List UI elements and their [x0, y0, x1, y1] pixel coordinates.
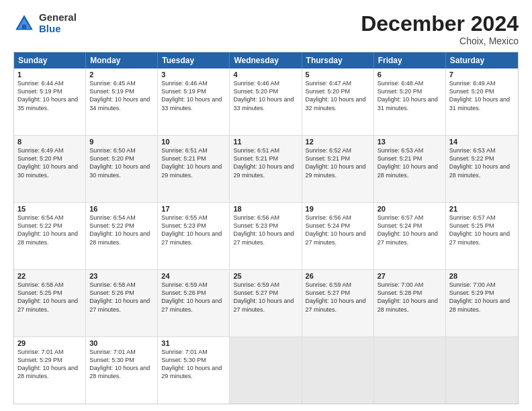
- day-number: 23: [89, 272, 154, 280]
- day-number: 21: [449, 205, 515, 213]
- day-info: Sunrise: 6:58 AM Sunset: 5:26 PM Dayligh…: [89, 281, 154, 314]
- cal-cell-day-25: 25Sunrise: 6:59 AM Sunset: 5:27 PM Dayli…: [230, 270, 302, 336]
- cal-header-friday: Friday: [374, 52, 446, 68]
- day-info: Sunrise: 6:53 AM Sunset: 5:21 PM Dayligh…: [378, 146, 442, 179]
- day-number: 1: [17, 71, 82, 79]
- cal-header-saturday: Saturday: [446, 52, 518, 68]
- cal-cell-day-2: 2Sunrise: 6:45 AM Sunset: 5:19 PM Daylig…: [86, 68, 158, 135]
- calendar: SundayMondayTuesdayWednesdayThursdayFrid…: [13, 52, 519, 404]
- cal-cell-empty: [446, 337, 518, 404]
- cal-cell-day-1: 1Sunrise: 6:44 AM Sunset: 5:19 PM Daylig…: [14, 68, 86, 135]
- cal-week-1: 1Sunrise: 6:44 AM Sunset: 5:19 PM Daylig…: [14, 68, 518, 136]
- day-info: Sunrise: 7:01 AM Sunset: 5:30 PM Dayligh…: [161, 348, 226, 381]
- cal-cell-day-3: 3Sunrise: 6:46 AM Sunset: 5:19 PM Daylig…: [158, 68, 230, 135]
- day-number: 30: [89, 339, 154, 347]
- day-number: 16: [89, 205, 154, 213]
- cal-cell-day-8: 8Sunrise: 6:49 AM Sunset: 5:20 PM Daylig…: [14, 136, 86, 202]
- subtitle: Choix, Mexico: [361, 36, 519, 46]
- day-number: 5: [306, 71, 370, 79]
- day-info: Sunrise: 6:45 AM Sunset: 5:19 PM Dayligh…: [89, 79, 154, 112]
- cal-cell-day-22: 22Sunrise: 6:58 AM Sunset: 5:25 PM Dayli…: [14, 270, 86, 336]
- cal-cell-day-16: 16Sunrise: 6:54 AM Sunset: 5:22 PM Dayli…: [86, 203, 158, 269]
- cal-cell-day-21: 21Sunrise: 6:57 AM Sunset: 5:25 PM Dayli…: [446, 203, 518, 269]
- cal-cell-day-31: 31Sunrise: 7:01 AM Sunset: 5:30 PM Dayli…: [158, 337, 230, 404]
- day-info: Sunrise: 7:01 AM Sunset: 5:30 PM Dayligh…: [89, 348, 154, 381]
- day-info: Sunrise: 6:54 AM Sunset: 5:22 PM Dayligh…: [89, 214, 154, 246]
- day-info: Sunrise: 7:00 AM Sunset: 5:28 PM Dayligh…: [378, 281, 442, 314]
- calendar-body: 1Sunrise: 6:44 AM Sunset: 5:19 PM Daylig…: [14, 68, 518, 404]
- page: General Blue December 2024 Choix, Mexico…: [0, 0, 532, 411]
- cal-cell-day-15: 15Sunrise: 6:54 AM Sunset: 5:22 PM Dayli…: [14, 203, 86, 269]
- day-number: 8: [17, 138, 82, 146]
- day-info: Sunrise: 6:51 AM Sunset: 5:21 PM Dayligh…: [233, 146, 298, 179]
- day-number: 4: [233, 71, 298, 79]
- cal-week-5: 29Sunrise: 7:01 AM Sunset: 5:29 PM Dayli…: [14, 337, 518, 404]
- day-info: Sunrise: 6:46 AM Sunset: 5:19 PM Dayligh…: [161, 79, 226, 112]
- day-number: 22: [17, 272, 82, 280]
- day-number: 19: [306, 205, 370, 213]
- main-title: December 2024: [361, 12, 519, 36]
- day-info: Sunrise: 6:54 AM Sunset: 5:22 PM Dayligh…: [17, 214, 82, 246]
- cal-week-2: 8Sunrise: 6:49 AM Sunset: 5:20 PM Daylig…: [14, 136, 518, 203]
- day-info: Sunrise: 7:01 AM Sunset: 5:29 PM Dayligh…: [17, 348, 82, 381]
- title-block: December 2024 Choix, Mexico: [361, 12, 519, 46]
- day-number: 27: [378, 272, 442, 280]
- day-info: Sunrise: 6:58 AM Sunset: 5:25 PM Dayligh…: [17, 281, 82, 314]
- cal-cell-day-9: 9Sunrise: 6:50 AM Sunset: 5:20 PM Daylig…: [86, 136, 158, 202]
- cal-cell-day-19: 19Sunrise: 6:56 AM Sunset: 5:24 PM Dayli…: [302, 203, 374, 269]
- cal-cell-day-29: 29Sunrise: 7:01 AM Sunset: 5:29 PM Dayli…: [14, 337, 86, 404]
- day-number: 12: [306, 138, 370, 146]
- day-number: 28: [449, 272, 515, 280]
- day-number: 26: [306, 272, 370, 280]
- day-info: Sunrise: 6:48 AM Sunset: 5:20 PM Dayligh…: [378, 79, 442, 112]
- cal-cell-day-5: 5Sunrise: 6:47 AM Sunset: 5:20 PM Daylig…: [302, 68, 374, 135]
- cal-cell-day-11: 11Sunrise: 6:51 AM Sunset: 5:21 PM Dayli…: [230, 136, 302, 202]
- cal-cell-day-27: 27Sunrise: 7:00 AM Sunset: 5:28 PM Dayli…: [374, 270, 446, 336]
- day-info: Sunrise: 7:00 AM Sunset: 5:29 PM Dayligh…: [449, 281, 515, 314]
- day-info: Sunrise: 6:53 AM Sunset: 5:22 PM Dayligh…: [449, 146, 515, 179]
- day-number: 11: [233, 138, 298, 146]
- day-number: 29: [17, 339, 82, 347]
- cal-cell-day-23: 23Sunrise: 6:58 AM Sunset: 5:26 PM Dayli…: [86, 270, 158, 336]
- day-number: 9: [89, 138, 154, 146]
- day-info: Sunrise: 6:59 AM Sunset: 5:27 PM Dayligh…: [233, 281, 298, 314]
- day-info: Sunrise: 6:59 AM Sunset: 5:27 PM Dayligh…: [306, 281, 370, 314]
- day-number: 14: [449, 138, 515, 146]
- cal-header-tuesday: Tuesday: [158, 52, 230, 68]
- cal-cell-day-18: 18Sunrise: 6:56 AM Sunset: 5:23 PM Dayli…: [230, 203, 302, 269]
- cal-cell-day-28: 28Sunrise: 7:00 AM Sunset: 5:29 PM Dayli…: [446, 270, 518, 336]
- day-info: Sunrise: 6:44 AM Sunset: 5:19 PM Dayligh…: [17, 79, 82, 112]
- cal-cell-day-24: 24Sunrise: 6:59 AM Sunset: 5:26 PM Dayli…: [158, 270, 230, 336]
- day-info: Sunrise: 6:49 AM Sunset: 5:20 PM Dayligh…: [17, 146, 82, 179]
- logo-text: General Blue: [39, 12, 77, 34]
- logo-blue-text: Blue: [39, 24, 77, 35]
- day-info: Sunrise: 6:55 AM Sunset: 5:23 PM Dayligh…: [161, 214, 226, 246]
- logo-icon: [13, 13, 35, 34]
- day-info: Sunrise: 6:50 AM Sunset: 5:20 PM Dayligh…: [89, 146, 154, 179]
- cal-cell-day-14: 14Sunrise: 6:53 AM Sunset: 5:22 PM Dayli…: [446, 136, 518, 202]
- cal-header-sunday: Sunday: [14, 52, 86, 68]
- logo: General Blue: [13, 12, 77, 34]
- day-number: 18: [233, 205, 298, 213]
- cal-cell-empty: [230, 337, 302, 404]
- cal-header-thursday: Thursday: [302, 52, 374, 68]
- cal-cell-day-20: 20Sunrise: 6:57 AM Sunset: 5:24 PM Dayli…: [374, 203, 446, 269]
- cal-cell-day-4: 4Sunrise: 6:46 AM Sunset: 5:20 PM Daylig…: [230, 68, 302, 135]
- cal-week-4: 22Sunrise: 6:58 AM Sunset: 5:25 PM Dayli…: [14, 270, 518, 337]
- cal-cell-empty: [374, 337, 446, 404]
- day-number: 17: [161, 205, 226, 213]
- day-number: 15: [17, 205, 82, 213]
- day-info: Sunrise: 6:57 AM Sunset: 5:25 PM Dayligh…: [449, 214, 515, 246]
- cal-cell-day-7: 7Sunrise: 6:49 AM Sunset: 5:20 PM Daylig…: [446, 68, 518, 135]
- logo-general-text: General: [39, 12, 77, 24]
- day-info: Sunrise: 6:47 AM Sunset: 5:20 PM Dayligh…: [306, 79, 370, 112]
- day-info: Sunrise: 6:46 AM Sunset: 5:20 PM Dayligh…: [233, 79, 298, 112]
- day-number: 25: [233, 272, 298, 280]
- day-number: 13: [378, 138, 442, 146]
- day-info: Sunrise: 6:59 AM Sunset: 5:26 PM Dayligh…: [161, 281, 226, 314]
- svg-rect-2: [22, 24, 26, 28]
- day-number: 7: [449, 71, 515, 79]
- day-number: 3: [161, 71, 226, 79]
- day-info: Sunrise: 6:51 AM Sunset: 5:21 PM Dayligh…: [161, 146, 226, 179]
- header: General Blue December 2024 Choix, Mexico: [13, 12, 519, 46]
